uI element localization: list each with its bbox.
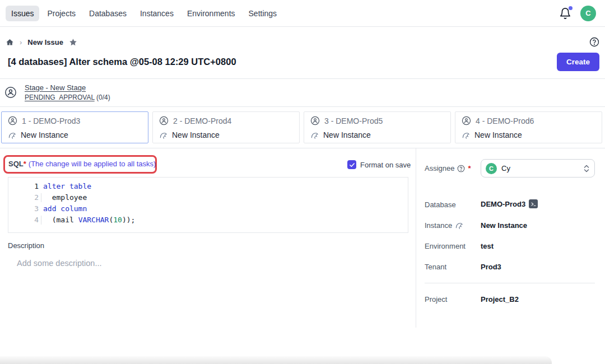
divider (0, 148, 605, 148)
database-value-row: DEMO-Prod3 (481, 199, 538, 208)
code-line-1[interactable]: 1 alter table (8, 181, 408, 192)
stage-progress: (0/4) (96, 94, 110, 101)
task-card-instance: New Instance (21, 130, 68, 139)
assignee-label: Assignee * (425, 164, 471, 172)
instance-label-row: Instance (425, 221, 463, 230)
help-icon[interactable] (589, 37, 599, 47)
assignee-label-text: Assignee (425, 164, 454, 172)
chevron-right-icon: › (20, 38, 22, 46)
sql-required-mark: * (24, 160, 26, 168)
format-on-save-label: Format on save (360, 161, 411, 169)
description-input[interactable]: Add some description... (17, 259, 102, 268)
code-line-4[interactable]: 4 (mail VARCHAR(10)); (8, 214, 408, 226)
divider (0, 106, 605, 107)
task-card-3[interactable]: 3 - DEMO-Prod5 New Instance (304, 111, 451, 143)
task-card-label: 2 - DEMO-Prod4 (173, 116, 231, 125)
database-label: Database (425, 200, 456, 209)
assignee-avatar: C (486, 163, 497, 174)
code-line-2[interactable]: 2 employee (8, 192, 408, 203)
database-value: DEMO-Prod3 (481, 200, 525, 208)
task-card-4[interactable]: 4 - DEMO-Prod6 New Instance (455, 111, 602, 143)
assignee-select[interactable]: C Cy (481, 159, 595, 178)
task-card-1[interactable]: 1 - DEMO-Prod3 New Instance (1, 111, 148, 143)
nav-item-instances[interactable]: Instances (134, 6, 179, 21)
line-number: 3 (8, 203, 39, 214)
person-circle-icon (310, 116, 320, 125)
code-line-3[interactable]: 3 add column (8, 203, 408, 214)
task-card-label: 1 - DEMO-Prod3 (22, 116, 80, 125)
person-circle-icon (8, 116, 17, 125)
sql-note: (The change will be applied to all tasks… (29, 160, 156, 168)
stage-name-link[interactable]: Stage - New Stage (25, 83, 110, 92)
format-on-save-control[interactable]: Format on save (347, 160, 411, 169)
nav-item-environments[interactable]: Environments (182, 6, 241, 21)
task-card-instance: New Instance (172, 130, 220, 139)
sidebar-divider (425, 283, 595, 283)
format-on-save-checkbox[interactable] (347, 160, 356, 169)
instance-value: New Instance (481, 221, 527, 230)
line-number: 1 (8, 181, 39, 192)
assignee-value: Cy (501, 164, 510, 172)
divider (0, 78, 605, 79)
create-button[interactable]: Create (557, 53, 599, 71)
topbar-right: C (559, 6, 599, 21)
indent-guide (41, 193, 41, 202)
mysql-dolphin-icon (462, 131, 470, 139)
sql-text: )); (122, 216, 135, 224)
task-card-2[interactable]: 2 - DEMO-Prod4 New Instance (152, 111, 300, 143)
sql-label: SQL (8, 160, 24, 168)
nav-item-projects[interactable]: Projects (41, 6, 81, 21)
window-bottom-edge (0, 356, 552, 364)
line-number: 2 (8, 192, 39, 203)
environment-value: test (481, 242, 494, 250)
sql-keyword: alter table (43, 182, 91, 190)
breadcrumb: › New Issue (0, 34, 605, 50)
breadcrumb-current: New Issue (27, 38, 63, 46)
mysql-dolphin-icon (8, 131, 16, 139)
nav-item-databases[interactable]: Databases (83, 6, 132, 21)
person-circle-icon (462, 116, 471, 125)
sql-identifier: employee (43, 193, 87, 202)
stage-status-link[interactable]: PENDING_APPROVAL (25, 94, 95, 101)
vertical-divider (416, 148, 416, 328)
task-card-instance: New Instance (474, 130, 522, 139)
title-row: [4 databases] Alter schema @05-08 12:29 … (8, 53, 599, 71)
approver-person-icon (4, 86, 17, 99)
sql-keyword: VARCHAR (78, 216, 109, 224)
new-issue-page: Issues Projects Databases Instances Envi… (0, 0, 605, 364)
tenant-value: Prod3 (481, 263, 501, 271)
sql-console-icon[interactable] (529, 199, 538, 208)
sql-keyword: add column (43, 204, 87, 213)
sql-number: 10 (113, 216, 122, 224)
instance-label: Instance (425, 221, 452, 230)
notification-bell-icon[interactable] (559, 7, 571, 20)
assignee-help-icon[interactable] (457, 165, 465, 172)
sql-label-line: SQL*(The change will be applied to all t… (8, 160, 156, 168)
nav-item-settings[interactable]: Settings (243, 6, 283, 21)
description-label: Description (8, 241, 44, 250)
stage-status-line: PENDING_APPROVAL (0/4) (25, 94, 110, 101)
assignee-required-mark: * (468, 164, 471, 172)
tenant-label: Tenant (425, 263, 446, 271)
favorite-star-icon[interactable] (69, 38, 77, 46)
line-number: 4 (8, 214, 39, 226)
mysql-dolphin-icon (310, 131, 319, 139)
task-card-instance: New Instance (323, 130, 371, 139)
sql-text: (mail (43, 216, 78, 224)
page-title: [4 databases] Alter schema @05-08 12:29 … (8, 53, 236, 67)
sql-code-editor[interactable]: 1 alter table 2 employee 3 add column 4 … (8, 177, 408, 233)
task-card-label: 3 - DEMO-Prod5 (324, 116, 383, 125)
task-card-label: 4 - DEMO-Prod6 (476, 116, 534, 125)
person-circle-icon (159, 116, 169, 125)
user-avatar[interactable]: C (580, 6, 596, 21)
project-label: Project (425, 295, 447, 304)
nav-item-issues[interactable]: Issues (6, 6, 39, 21)
project-value[interactable]: Project_B2 (481, 295, 519, 304)
select-chevrons-icon (583, 164, 590, 173)
indent-guide (41, 216, 41, 225)
notification-dot (569, 6, 573, 10)
mysql-dolphin-icon (159, 131, 167, 139)
home-icon[interactable] (6, 38, 14, 46)
stage-section: Stage - New Stage PENDING_APPROVAL (0/4) (4, 83, 110, 101)
task-cards: 1 - DEMO-Prod3 New Instance 2 - DEMO-Pro… (1, 111, 602, 143)
